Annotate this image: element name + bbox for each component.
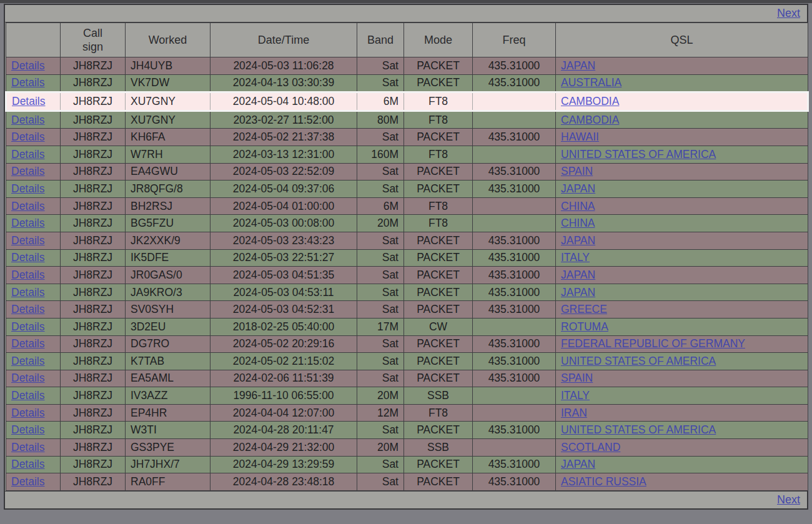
band-cell: 20M <box>357 387 404 405</box>
qsl-country-link[interactable]: CHINA <box>561 200 595 212</box>
qsl-country-link[interactable]: AUSTRALIA <box>561 76 621 89</box>
call-sign-cell: JH8RZJ <box>61 353 126 370</box>
details-link-cell: Details <box>6 422 61 439</box>
mode-cell: PACKET <box>404 232 473 249</box>
details-link[interactable]: Details <box>11 59 45 72</box>
details-link[interactable]: Details <box>11 234 45 247</box>
details-link[interactable]: Details <box>11 131 45 143</box>
qsl-country-link[interactable]: CAMBODIA <box>561 95 619 107</box>
details-link-cell: Details <box>6 92 61 111</box>
datetime-cell: 2018-02-25 05:40:00 <box>210 318 357 335</box>
details-link-cell: Details <box>6 404 61 422</box>
freq-cell <box>473 404 556 422</box>
qsl-country-link-cell: ROTUMA <box>556 318 808 335</box>
details-link[interactable]: Details <box>11 372 45 384</box>
datetime-cell: 2024-04-29 13:29:59 <box>210 456 357 473</box>
qsl-country-link[interactable]: CHINA <box>561 217 595 229</box>
next-page-link-top[interactable]: Next <box>777 7 800 19</box>
details-link-cell: Details <box>6 129 61 146</box>
details-link[interactable]: Details <box>11 458 45 470</box>
details-link[interactable]: Details <box>11 251 45 264</box>
qsl-country-link[interactable]: SCOTLAND <box>561 441 620 453</box>
qsl-country-link-cell: SPAIN <box>556 163 808 180</box>
header-mode: Mode <box>404 23 473 57</box>
details-link[interactable]: Details <box>11 269 45 281</box>
details-link[interactable]: Details <box>11 320 45 333</box>
next-page-link-bottom[interactable]: Next <box>777 493 800 506</box>
details-link-cell: Details <box>6 249 61 267</box>
table-row-highlighted: DetailsJH8RZJXU7GNY2024-05-04 10:48:006M… <box>6 92 808 111</box>
details-link[interactable]: Details <box>11 407 45 419</box>
call-sign-cell: JH8RZJ <box>61 404 126 422</box>
qsl-country-link[interactable]: ROTUMA <box>561 320 608 333</box>
details-link[interactable]: Details <box>11 148 45 161</box>
qsl-country-link[interactable]: JAPAN <box>561 269 595 281</box>
details-link[interactable]: Details <box>11 389 45 402</box>
details-link[interactable]: Details <box>11 182 45 195</box>
table-row: DetailsJH8RZJIV3AZZ1996-11-10 06:55:0020… <box>6 387 808 405</box>
qsl-country-link[interactable]: UNITED STATES OF AMERICA <box>561 148 716 161</box>
call-sign-cell: JH8RZJ <box>61 473 126 491</box>
qsl-country-link[interactable]: JAPAN <box>561 286 595 299</box>
qsl-country-link[interactable]: HAWAII <box>561 131 599 143</box>
freq-cell <box>473 387 556 405</box>
qsl-country-link[interactable]: JAPAN <box>561 458 595 470</box>
call-sign-cell: JH8RZJ <box>61 146 126 163</box>
details-link[interactable]: Details <box>11 423 45 436</box>
table-row: DetailsJH8RZJW7RH2024-03-13 12:31:00160M… <box>6 146 808 163</box>
qsl-country-link[interactable]: GREECE <box>561 303 607 315</box>
details-link[interactable]: Details <box>11 200 45 212</box>
mode-cell: FT8 <box>404 404 473 422</box>
qsl-country-link-cell: UNITED STATES OF AMERICA <box>556 146 808 163</box>
table-row: DetailsJH8RZJJA9KRO/32024-05-03 04:53:11… <box>6 284 808 301</box>
details-link[interactable]: Details <box>11 217 45 229</box>
datetime-cell: 2024-05-03 22:52:09 <box>210 163 357 180</box>
details-link[interactable]: Details <box>11 76 45 89</box>
details-link[interactable]: Details <box>11 286 45 299</box>
table-row: DetailsJH8RZJK7TAB2024-05-02 21:15:02Sat… <box>6 353 808 370</box>
details-link[interactable]: Details <box>11 303 45 315</box>
mode-cell: FT8 <box>404 197 473 215</box>
details-link[interactable]: Details <box>11 441 45 453</box>
details-link[interactable]: Details <box>11 337 45 350</box>
qsl-country-link[interactable]: JAPAN <box>561 59 595 72</box>
band-cell: 20M <box>357 215 404 232</box>
mode-cell: PACKET <box>404 422 473 439</box>
qsl-country-link[interactable]: JAPAN <box>561 182 595 195</box>
datetime-cell: 2024-05-03 00:08:00 <box>210 215 357 232</box>
qsl-country-link-cell: CAMBODIA <box>556 111 808 129</box>
worked-cell: JH4UYB <box>126 57 210 75</box>
qsl-country-link[interactable]: SPAIN <box>561 372 593 384</box>
details-link[interactable]: Details <box>11 114 45 126</box>
datetime-cell: 2024-04-28 20:11:47 <box>210 422 357 439</box>
worked-cell: K7TAB <box>126 353 210 370</box>
qsl-country-link[interactable]: ITALY <box>561 389 590 402</box>
qsl-country-link[interactable]: ASIATIC RUSSIA <box>561 475 646 488</box>
mode-cell: PACKET <box>404 353 473 370</box>
qsl-country-link-cell: CHINA <box>556 215 808 232</box>
details-link[interactable]: Details <box>11 355 45 367</box>
details-link[interactable]: Details <box>11 165 45 177</box>
details-link[interactable]: Details <box>12 95 46 107</box>
details-link-cell: Details <box>6 284 61 301</box>
datetime-cell: 2024-02-06 11:51:39 <box>210 370 357 387</box>
qsl-country-link[interactable]: CAMBODIA <box>561 114 619 126</box>
datetime-cell: 2024-05-04 10:48:00 <box>210 92 357 111</box>
qsl-country-link[interactable]: JAPAN <box>561 234 595 247</box>
band-cell: Sat <box>357 456 404 473</box>
table-row: DetailsJH8RZJSV0SYH2024-05-03 04:52:31Sa… <box>6 301 808 319</box>
table-row: DetailsJH8RZJW3TI2024-04-28 20:11:47SatP… <box>6 422 808 439</box>
qsl-country-link-cell: CAMBODIA <box>556 92 808 111</box>
qsl-country-link[interactable]: UNITED STATES OF AMERICA <box>561 423 716 436</box>
qsl-country-link[interactable]: ITALY <box>561 251 590 264</box>
call-sign-cell: JH8RZJ <box>61 267 126 284</box>
details-link-cell: Details <box>6 232 61 249</box>
details-link[interactable]: Details <box>11 475 45 488</box>
qsl-country-link[interactable]: UNITED STATES OF AMERICA <box>561 355 716 367</box>
mode-cell: PACKET <box>404 301 473 319</box>
call-sign-cell: JH8RZJ <box>61 370 126 387</box>
qsl-country-link[interactable]: IRAN <box>561 407 587 419</box>
qsl-country-link[interactable]: FEDERAL REPUBLIC OF GERMANY <box>561 337 745 350</box>
qsl-country-link-cell: SCOTLAND <box>556 439 808 457</box>
qsl-country-link[interactable]: SPAIN <box>561 165 593 177</box>
